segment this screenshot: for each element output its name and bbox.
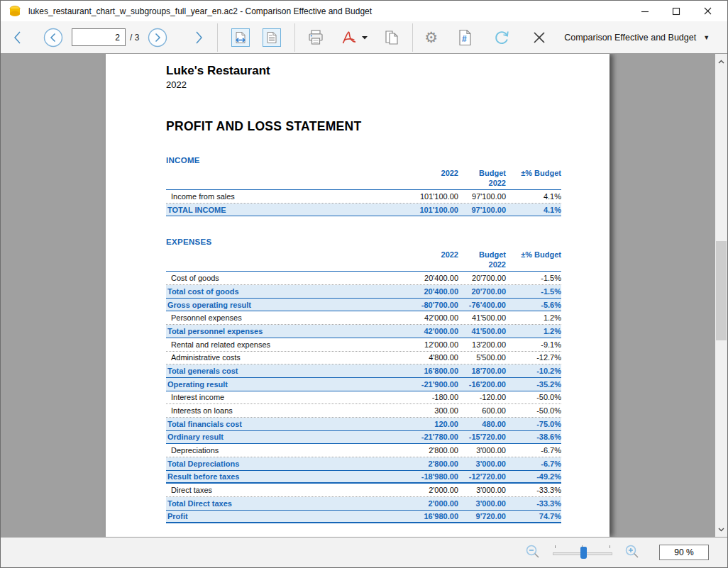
report-title: PROFIT AND LOSS STATEMENT <box>166 119 561 134</box>
minimize-button[interactable] <box>629 2 661 21</box>
export-pdf-button[interactable] <box>336 26 373 50</box>
row-budget-value: 20'700.00 <box>458 274 506 282</box>
row-label: Personnel expenses <box>166 313 387 322</box>
row-budget-value: -12'720.00 <box>458 472 506 481</box>
row-percent-value: 1.2% <box>506 313 561 322</box>
scrollbar-thumb[interactable] <box>716 241 727 340</box>
row-budget-value: 3'000.00 <box>458 446 506 455</box>
toolbar-separator <box>294 23 295 52</box>
close-preview-button[interactable] <box>527 26 551 50</box>
row-label: Interests on loans <box>166 406 387 415</box>
minimize-icon <box>641 7 649 16</box>
fit-page-button[interactable] <box>263 28 281 47</box>
column-header-percent: ±% Budget <box>506 250 561 260</box>
row-label: Profit <box>166 512 387 520</box>
copy-icon <box>382 28 401 47</box>
refresh-button[interactable] <box>489 26 516 50</box>
table-row: Depreciations2'800.003'000.00-6.7% <box>166 444 561 457</box>
close-icon <box>703 6 712 16</box>
vertical-scrollbar[interactable] <box>715 54 727 537</box>
row-current-value: 101'100.00 <box>387 206 458 214</box>
row-budget-value: 3'000.00 <box>458 460 506 468</box>
zoom-percent-input[interactable] <box>659 545 709 560</box>
zoom-out-button[interactable] <box>524 544 541 561</box>
circle-arrow-right-icon <box>148 28 167 48</box>
printer-icon <box>307 28 325 47</box>
previous-page-button[interactable] <box>39 26 67 50</box>
table-row: Operating result-21'900.00-16'200.00-35.… <box>166 378 561 391</box>
row-budget-value: 600.00 <box>458 406 506 415</box>
app-logo-icon <box>8 4 22 18</box>
print-button[interactable] <box>302 26 329 50</box>
row-current-value: 42'000.00 <box>387 313 458 322</box>
report-view-dropdown[interactable]: Comparison Effective and Budget ▼ <box>564 33 710 43</box>
table-row: Total financials cost120.00480.00-75.0% <box>166 418 561 431</box>
table-row: Result before taxes-18'980.00-12'720.00-… <box>166 471 561 484</box>
row-current-value: 2'800.00 <box>387 460 458 468</box>
row-current-value: 101'100.00 <box>387 192 458 201</box>
row-current-value: -80'700.00 <box>387 301 458 309</box>
maximize-icon <box>672 7 680 16</box>
chevron-right-icon <box>192 30 206 45</box>
row-budget-value: 3'000.00 <box>458 486 506 494</box>
toolbar-separator <box>217 23 218 52</box>
app-window: lukes_restaurant_chart_w_subgroups_full_… <box>0 0 728 568</box>
status-bar <box>1 537 727 567</box>
section-title: EXPENSES <box>166 238 561 246</box>
page-number-input[interactable] <box>72 28 126 46</box>
row-budget-value: 97'100.00 <box>458 192 506 201</box>
report-year: 2022 <box>166 79 561 90</box>
scroll-down-button[interactable] <box>715 523 727 535</box>
column-header-current: 2022 <box>387 168 458 178</box>
table-row: Rental and related expenses12'000.0013'2… <box>166 338 561 352</box>
pdf-icon <box>341 29 358 46</box>
row-label: Operating result <box>166 380 387 389</box>
first-page-button[interactable] <box>6 26 29 50</box>
row-current-value: 120.00 <box>387 420 458 428</box>
row-percent-value: -6.7% <box>506 460 561 468</box>
scroll-up-button[interactable] <box>715 55 727 67</box>
next-page-button[interactable] <box>143 26 172 50</box>
page-numbering-button[interactable]: # <box>452 26 478 50</box>
row-label: Total financials cost <box>166 420 387 428</box>
copy-button[interactable] <box>378 26 405 50</box>
print-preview-area: Luke's Restaurant 2022 PROFIT AND LOSS S… <box>1 54 727 537</box>
row-label: Total Direct taxes <box>166 499 387 508</box>
page-number-icon: # <box>456 28 473 47</box>
zoom-in-button[interactable] <box>624 544 641 561</box>
row-percent-value: 4.1% <box>506 192 561 201</box>
row-label: Gross operating result <box>166 301 387 309</box>
table-row: Personnel expenses42'000.0041'500.001.2% <box>166 311 561 325</box>
row-percent-value: 1.2% <box>506 327 561 335</box>
row-budget-value: 5'500.00 <box>458 353 506 362</box>
row-current-value: 4'800.00 <box>387 353 458 362</box>
report-sections: INCOME2022Budget 2022±% BudgetIncome fro… <box>166 156 561 523</box>
row-percent-value: -49.2% <box>506 472 561 481</box>
last-page-button[interactable] <box>187 26 210 50</box>
table-row: Interest income-180.00-120.00-50.0% <box>166 391 561 405</box>
row-budget-value: 41'500.00 <box>458 327 506 335</box>
row-budget-value: 97'100.00 <box>458 206 506 214</box>
settings-button[interactable]: ⚙ <box>420 26 442 50</box>
dropdown-arrow-icon <box>361 35 368 40</box>
row-budget-value: -120.00 <box>458 393 506 401</box>
maximize-button[interactable] <box>661 2 692 21</box>
zoom-slider-handle[interactable] <box>580 547 587 559</box>
table-row: Gross operating result-80'700.00-76'400.… <box>166 299 561 312</box>
fit-width-button[interactable] <box>231 28 250 47</box>
row-current-value: 300.00 <box>387 406 458 415</box>
close-window-button[interactable] <box>692 2 723 21</box>
row-percent-value: 74.7% <box>506 512 561 520</box>
column-header-current: 2022 <box>387 250 458 260</box>
row-label: Ordinary result <box>166 433 387 441</box>
slider-tick <box>610 545 610 548</box>
row-label: Direct taxes <box>166 486 387 494</box>
row-budget-value: 18'700.00 <box>458 367 506 375</box>
zoom-slider[interactable] <box>553 545 612 559</box>
row-current-value: -18'980.00 <box>387 472 458 481</box>
table-row: Total Direct taxes2'000.003'000.00-33.3% <box>166 497 561 511</box>
table-row: Income from sales101'100.0097'100.004.1% <box>166 190 561 204</box>
zoom-in-icon <box>624 544 641 561</box>
row-budget-value: 480.00 <box>458 420 506 428</box>
report-page: Luke's Restaurant 2022 PROFIT AND LOSS S… <box>106 54 610 537</box>
